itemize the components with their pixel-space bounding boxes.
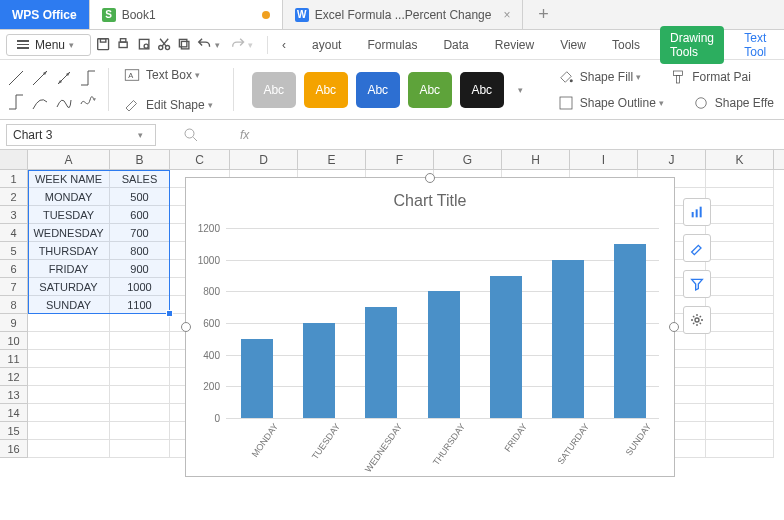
shape-effects-button[interactable]: Shape Effe — [688, 91, 778, 115]
cell[interactable]: SALES — [110, 170, 170, 188]
row-header[interactable]: 16 — [0, 440, 27, 458]
cell[interactable] — [706, 332, 774, 350]
tab-tools[interactable]: Tools — [606, 34, 646, 56]
cell[interactable] — [28, 386, 110, 404]
chart-bar[interactable] — [490, 276, 522, 419]
undo-icon[interactable] — [196, 36, 212, 54]
format-painter-button[interactable]: Format Pai — [665, 65, 755, 89]
cell[interactable]: SUNDAY — [28, 296, 110, 314]
shape-style-swatch[interactable]: Abc — [304, 72, 348, 108]
cell[interactable] — [110, 314, 170, 332]
shape-outline-button[interactable]: Shape Outline▾ — [553, 91, 674, 115]
cell[interactable]: 500 — [110, 188, 170, 206]
freeform-icon[interactable] — [54, 92, 74, 112]
column-header[interactable]: A — [28, 150, 110, 169]
column-header[interactable]: K — [706, 150, 774, 169]
column-header[interactable]: D — [230, 150, 298, 169]
cell[interactable]: FRIDAY — [28, 260, 110, 278]
cell[interactable] — [110, 386, 170, 404]
chart-bar[interactable] — [303, 323, 335, 418]
tab-drawing-tools[interactable]: Drawing Tools — [660, 26, 724, 64]
cell[interactable]: 800 — [110, 242, 170, 260]
row-header[interactable]: 11 — [0, 350, 27, 368]
doc-tab-book1[interactable]: S Book1 — [90, 0, 283, 29]
shape-style-swatch[interactable]: Abc — [356, 72, 400, 108]
row-header[interactable]: 9 — [0, 314, 27, 332]
row-header[interactable]: 3 — [0, 206, 27, 224]
curve-icon[interactable] — [30, 92, 50, 112]
name-box[interactable]: Chart 3 ▾ — [6, 124, 156, 146]
row-header[interactable]: 2 — [0, 188, 27, 206]
row-header[interactable]: 14 — [0, 404, 27, 422]
tab-formulas[interactable]: Formulas — [361, 34, 423, 56]
chart-elements-button[interactable] — [683, 198, 711, 226]
row-header[interactable]: 1 — [0, 170, 27, 188]
chevron-left-icon[interactable]: ‹ — [276, 36, 292, 54]
elbow-line-icon[interactable] — [78, 68, 98, 88]
chevron-down-icon[interactable]: ▾ — [248, 40, 253, 50]
chart-title[interactable]: Chart Title — [186, 192, 674, 210]
textbox-button[interactable]: A Text Box ▾ — [119, 63, 223, 87]
close-icon[interactable]: × — [503, 8, 510, 22]
cut-icon[interactable] — [156, 36, 172, 54]
resize-handle-top[interactable] — [425, 173, 435, 183]
chart-bar[interactable] — [614, 244, 646, 418]
row-header[interactable]: 4 — [0, 224, 27, 242]
cell[interactable]: SATURDAY — [28, 278, 110, 296]
line-shape-gallery[interactable] — [6, 68, 98, 112]
cell[interactable] — [110, 332, 170, 350]
column-header[interactable]: I — [570, 150, 638, 169]
cell[interactable] — [110, 440, 170, 458]
cell[interactable] — [706, 422, 774, 440]
column-headers[interactable]: ABCDEFGHIJK — [0, 150, 784, 170]
cell[interactable] — [706, 440, 774, 458]
chevron-down-icon[interactable]: ▾ — [215, 40, 220, 50]
edit-shape-button[interactable]: Edit Shape ▾ — [119, 93, 223, 117]
cell[interactable]: TUESDAY — [28, 206, 110, 224]
shape-style-gallery[interactable]: AbcAbcAbcAbcAbc — [244, 68, 512, 112]
cell[interactable] — [706, 170, 774, 188]
redo-icon[interactable] — [230, 36, 246, 54]
cell[interactable] — [706, 206, 774, 224]
chart-filter-button[interactable] — [683, 270, 711, 298]
print-preview-icon[interactable] — [136, 36, 152, 54]
zoom-icon[interactable] — [182, 126, 200, 144]
cell[interactable] — [28, 350, 110, 368]
column-header[interactable]: B — [110, 150, 170, 169]
row-headers[interactable]: 12345678910111213141516 — [0, 170, 28, 458]
cell[interactable]: WEEK NAME — [28, 170, 110, 188]
cell[interactable] — [110, 368, 170, 386]
column-header[interactable]: J — [638, 150, 706, 169]
row-header[interactable]: 10 — [0, 332, 27, 350]
selection-fill-handle[interactable] — [166, 310, 173, 317]
fx-label[interactable]: fx — [240, 128, 249, 142]
cell[interactable] — [706, 224, 774, 242]
row-header[interactable]: 6 — [0, 260, 27, 278]
tab-text-tool[interactable]: Text Tool — [738, 27, 778, 63]
row-header[interactable]: 7 — [0, 278, 27, 296]
cell[interactable] — [28, 404, 110, 422]
chart-bar[interactable] — [428, 291, 460, 418]
resize-handle-right[interactable] — [669, 322, 679, 332]
line-icon[interactable] — [6, 68, 26, 88]
chevron-down-icon[interactable]: ▾ — [518, 85, 523, 95]
spreadsheet[interactable]: ABCDEFGHIJK 12345678910111213141516 WEEK… — [0, 150, 784, 520]
cell[interactable]: THURSDAY — [28, 242, 110, 260]
row-header[interactable]: 12 — [0, 368, 27, 386]
cell[interactable] — [706, 242, 774, 260]
cell[interactable] — [110, 422, 170, 440]
cell[interactable] — [28, 314, 110, 332]
scribble-icon[interactable] — [78, 92, 98, 112]
column-header[interactable]: G — [434, 150, 502, 169]
chart-bar[interactable] — [552, 260, 584, 418]
print-icon[interactable] — [115, 36, 131, 54]
cell[interactable] — [110, 350, 170, 368]
arrow-icon[interactable] — [30, 68, 50, 88]
row-header[interactable]: 8 — [0, 296, 27, 314]
tab-layout[interactable]: ayout — [306, 34, 347, 56]
cell[interactable] — [706, 260, 774, 278]
shape-fill-button[interactable]: Shape Fill▾ — [553, 65, 651, 89]
chart-styles-button[interactable] — [683, 234, 711, 262]
cell[interactable]: WEDNESDAY — [28, 224, 110, 242]
chart-bar[interactable] — [241, 339, 273, 418]
